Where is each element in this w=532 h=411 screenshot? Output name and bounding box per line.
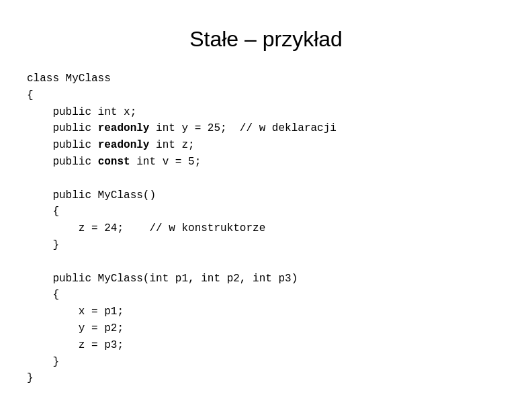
code-line-11: } xyxy=(27,239,59,251)
code-line-3: public int x; xyxy=(27,106,136,118)
code-line-15: x = p1; xyxy=(27,306,124,318)
code-line-5: public readonly int z; xyxy=(27,139,195,151)
code-line-8: public MyClass() xyxy=(27,189,156,201)
code-line-1: class MyClass xyxy=(27,73,111,85)
code-line-18: } xyxy=(27,356,59,368)
code-line-6: public const int v = 5; xyxy=(27,156,201,168)
code-line-4: public readonly int y = 25; // w deklara… xyxy=(27,122,337,134)
slide: Stałe – przykład class MyClass { public … xyxy=(0,0,532,411)
code-line-2: { xyxy=(27,89,34,101)
slide-title: Stałe – przykład xyxy=(27,27,505,52)
code-line-16: y = p2; xyxy=(27,322,124,334)
code-block: class MyClass { public int x; public rea… xyxy=(27,71,505,387)
code-line-14: { xyxy=(27,289,59,301)
code-line-9: { xyxy=(27,205,59,218)
code-line-13: public MyClass(int p1, int p2, int p3) xyxy=(27,273,298,285)
code-line-10: z = 24; // w konstruktorze xyxy=(27,222,265,234)
code-line-19: } xyxy=(27,372,34,384)
code-line-17: z = p3; xyxy=(27,339,124,351)
